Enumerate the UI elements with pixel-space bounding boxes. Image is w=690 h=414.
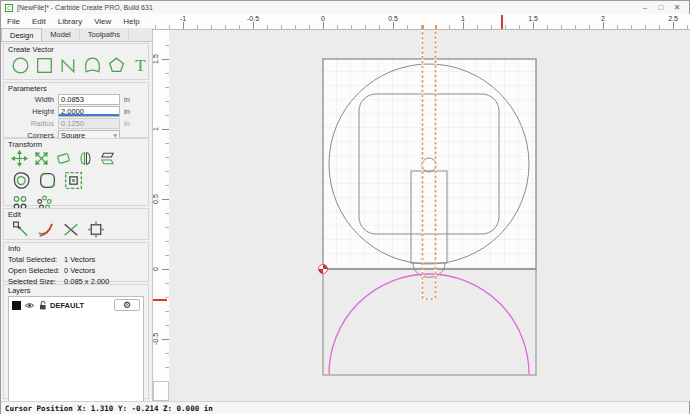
radius-unit: in [124,119,138,128]
layer-name: DEFAULT [50,301,111,310]
curve-tool-icon[interactable] [82,55,103,76]
svg-text:T: T [135,56,145,75]
tab-toolpaths[interactable]: Toolpaths [80,28,129,41]
minimize-button[interactable]: – [637,3,653,12]
layers-group: Layers DEFAULT ⚙ [3,284,149,399]
rotate-icon[interactable] [54,150,73,167]
polygon-tool-icon[interactable] [106,55,127,76]
total-selected-value: 1 Vectors [64,255,144,264]
gear-icon: ⚙ [123,301,131,310]
maximize-button[interactable]: □ [653,3,669,12]
menu-view[interactable]: View [88,17,117,26]
menu-help[interactable]: Help [117,17,145,26]
boolean-icon[interactable] [85,220,107,239]
total-selected-label: Total Selected: [8,255,64,264]
open-selected-label: Open Selected: [8,266,64,275]
offset-vectors-icon[interactable] [10,170,33,191]
create-vector-group: Create Vector T [3,43,149,80]
open-selected-value: 0 Vectors [64,266,144,275]
status-bar: Cursor Position X: 1.310 Y: -0.214 Z: 0.… [1,401,689,414]
height-input[interactable]: 2.0000 [58,106,120,117]
polyline-tool-icon[interactable] [58,55,79,76]
stock-border [323,59,536,269]
edit-title: Edit [8,210,144,219]
menu-bar: File Edit Library View Help [1,14,153,28]
height-unit: in [124,107,138,116]
tab-bar: Design Model Toolpaths [1,28,152,42]
unlock-icon[interactable] [38,300,47,310]
scale-icon[interactable] [32,150,51,167]
mirror-icon[interactable] [76,150,95,167]
circle-tool-icon[interactable] [10,55,31,76]
skew-icon[interactable] [98,150,117,167]
menu-library[interactable]: Library [52,17,88,26]
app-logo-icon: C [5,4,13,12]
node-edit-icon[interactable] [10,220,32,239]
tab-design[interactable]: Design [1,28,42,41]
app-window: C [NewFile]* - Carbide Create PRO, Build… [0,0,690,414]
window-title: [NewFile]* - Carbide Create PRO, Build 6… [17,4,637,11]
close-button[interactable]: ✕ [669,3,685,12]
layer-settings-button[interactable]: ⚙ [114,299,140,311]
info-title: Info [8,244,144,253]
height-label: Height [8,107,54,116]
rectangle-tool-icon[interactable] [34,55,55,76]
width-label: Width [8,95,54,104]
cursor-position-readout: Cursor Position X: 1.310 Y: -0.214 Z: 0.… [5,404,213,413]
canvas-svg[interactable] [169,30,690,401]
left-ruler: 1.510.50-0.5 [153,30,169,381]
layers-title: Layers [8,286,144,295]
ruler-corner-box [153,381,169,401]
transform-group: Transform [3,138,149,206]
align-icon[interactable] [62,170,85,191]
edit-group: Edit [3,208,149,240]
text-tool-icon[interactable]: T [130,55,151,76]
title-bar: C [NewFile]* - Carbide Create PRO, Build… [1,1,689,14]
radius-input: 0.1250 [58,118,120,129]
vector-lower-rect[interactable] [323,269,536,375]
menu-file[interactable]: File [1,17,26,26]
create-vector-title: Create Vector [8,45,144,54]
layer-row-default[interactable]: DEFAULT ⚙ [9,297,143,313]
tab-model[interactable]: Model [42,28,79,41]
transform-title: Transform [8,140,144,149]
design-canvas[interactable] [169,30,690,401]
move-icon[interactable] [10,150,29,167]
fillet-corners-icon[interactable] [36,170,59,191]
vector-semicircle[interactable] [329,274,529,374]
radius-label: Radius [8,119,54,128]
origin-marker [319,265,328,274]
menu-edit[interactable]: Edit [26,17,52,26]
top-ruler: -1-0.500.511.522.5 [153,14,690,30]
trim-vectors-icon[interactable] [35,220,57,239]
info-group: Info Total Selected:1 Vectors Open Selec… [3,242,149,282]
parameters-group: Parameters Width 0.0853 in Height 2.0000… [3,82,149,138]
eye-icon[interactable] [24,301,35,310]
parameters-title: Parameters [8,84,144,93]
left-panel: Design Model Toolpaths Create Vector T [1,28,153,401]
split-vectors-icon[interactable] [60,220,82,239]
layer-color-swatch[interactable] [12,301,21,310]
width-unit: in [124,95,138,104]
width-input[interactable]: 0.0853 [58,94,120,105]
layers-list: DEFAULT ⚙ [8,296,144,402]
